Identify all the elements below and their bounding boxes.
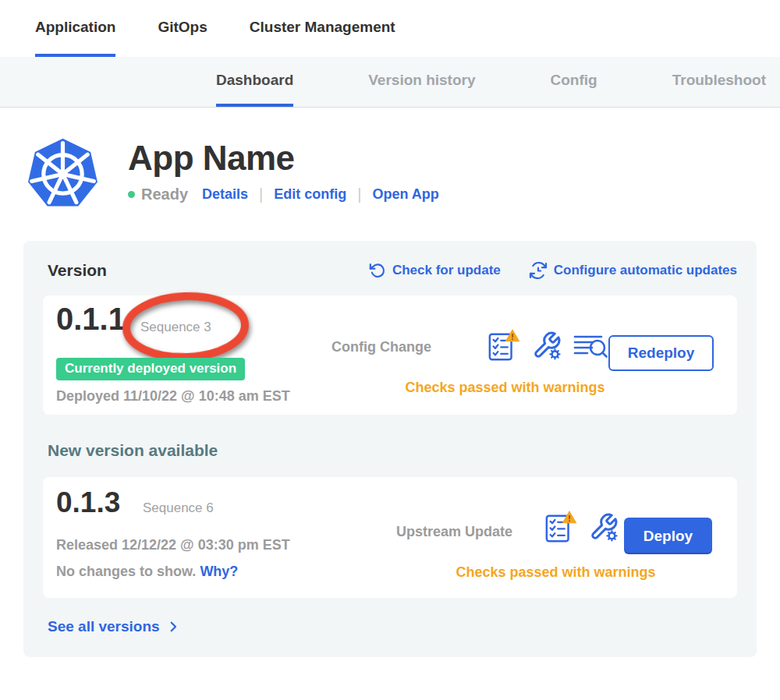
page-title: App Name [128, 139, 439, 178]
currently-deployed-badge: Currently deployed version [56, 358, 245, 380]
current-version-number: 0.1.1 [56, 302, 126, 337]
version-section-title: Version [48, 261, 341, 280]
configure-automatic-updates-button[interactable]: Configure automatic updates [529, 261, 737, 280]
tab-troubleshoot[interactable]: Troubleshoot [672, 57, 766, 107]
preflight-checklist-warning-icon[interactable]: ! [544, 510, 577, 544]
kubernetes-logo-icon [26, 136, 100, 210]
tab-config[interactable]: Config [551, 57, 597, 107]
why-link[interactable]: Why? [200, 564, 238, 579]
details-link[interactable]: Details [202, 186, 248, 203]
new-version-card: 0.1.3 Sequence 6 Released 12/12/22 @ 03:… [43, 477, 737, 598]
chevron-right-icon [166, 620, 180, 634]
see-all-versions-link[interactable]: See all versions [48, 618, 180, 635]
tab-cluster-management[interactable]: Cluster Management [250, 0, 395, 57]
open-app-link[interactable]: Open App [372, 186, 438, 203]
config-wrench-icon[interactable] [532, 331, 562, 360]
check-for-update-button[interactable]: Check for update [369, 262, 501, 279]
config-wrench-icon[interactable] [589, 512, 619, 542]
no-changes-text: No changes to show. Why? [56, 564, 238, 580]
tab-dashboard[interactable]: Dashboard [216, 57, 293, 107]
clock-refresh-icon [529, 261, 548, 280]
redeploy-button[interactable]: Redeploy [608, 335, 714, 371]
divider: | [259, 186, 263, 203]
checks-status-text: Checks passed with warnings [448, 564, 663, 581]
tab-application[interactable]: Application [35, 0, 115, 57]
app-section-nav: Dashboard Version history Config Trouble… [0, 57, 780, 108]
tab-gitops[interactable]: GitOps [158, 0, 207, 57]
app-header: App Name Ready Details | Edit config | O… [26, 136, 780, 210]
svg-text:!: ! [511, 332, 514, 341]
edit-config-link[interactable]: Edit config [274, 186, 346, 203]
status-badge: Ready [141, 186, 188, 203]
new-version-heading: New version available [48, 441, 737, 460]
primary-nav: Application GitOps Cluster Management [0, 0, 780, 57]
deploy-button[interactable]: Deploy [624, 518, 712, 554]
divider: | [357, 186, 361, 203]
diff-log-search-icon[interactable] [573, 332, 608, 359]
released-timestamp: Released 12/12/22 @ 03:30 pm EST [56, 537, 290, 553]
current-version-sequence: Sequence 3 [140, 320, 211, 335]
new-version-sequence: Sequence 6 [143, 500, 214, 516]
version-source-label: Config Change [332, 339, 431, 355]
svg-text:!: ! [568, 514, 571, 523]
tab-version-history[interactable]: Version history [368, 57, 475, 107]
deployed-timestamp: Deployed 11/10/22 @ 10:48 am EST [56, 388, 290, 405]
checks-status-text: Checks passed with warnings [386, 380, 624, 396]
current-version-card: 0.1.1 Sequence 3 Currently deployed vers… [43, 295, 737, 415]
new-version-number: 0.1.3 [56, 486, 120, 519]
version-source-label: Upstream Update [396, 524, 512, 540]
version-panel: Version Check for update Configure autom… [23, 241, 757, 657]
refresh-icon [369, 262, 386, 279]
preflight-checklist-warning-icon[interactable]: ! [488, 328, 520, 362]
status-dot [128, 191, 135, 198]
